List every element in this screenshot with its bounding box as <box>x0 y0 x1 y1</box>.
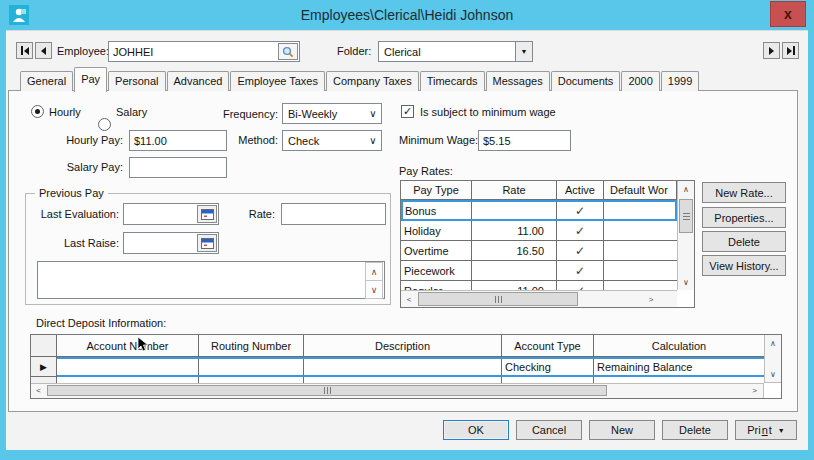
scroll-up-icon[interactable]: ∧ <box>678 181 694 197</box>
pay-rates-col-active[interactable]: Active <box>557 181 604 200</box>
scroll-up-icon[interactable]: ∧ <box>765 335 781 351</box>
method-dropdown[interactable]: Check ∨ <box>282 130 382 151</box>
cell-account-number[interactable] <box>57 359 199 375</box>
scroll-left-icon[interactable]: < <box>31 384 46 397</box>
new-button[interactable]: New <box>589 420 655 440</box>
dd-col-routing-number[interactable]: Routing Number <box>199 335 304 357</box>
cell-default[interactable] <box>604 202 675 219</box>
dd-col-account-type[interactable]: Account Type <box>502 335 594 357</box>
cell-default[interactable] <box>604 261 677 281</box>
cell-default[interactable] <box>604 281 677 290</box>
direct-deposit-hscrollbar[interactable]: < > <box>31 383 764 398</box>
pay-rates-row-piecework[interactable]: Piecework ✓ <box>401 261 677 281</box>
tab-personal[interactable]: Personal <box>108 71 165 91</box>
close-button[interactable]: x <box>770 1 806 27</box>
last-evaluation-date-picker-button[interactable] <box>197 205 217 223</box>
pay-rates-row-overtime[interactable]: Overtime 16.50 ✓ <box>401 241 677 261</box>
active-check-icon[interactable]: ✓ <box>557 241 604 261</box>
hscroll-thumb[interactable] <box>47 385 607 396</box>
scroll-down-icon[interactable]: ∨ <box>765 366 781 382</box>
dd-col-calculation[interactable]: Calculation <box>594 335 764 357</box>
cell-routing-number[interactable] <box>199 359 304 375</box>
hourly-radio[interactable] <box>31 105 44 118</box>
cancel-button[interactable]: Cancel <box>516 420 582 440</box>
view-history-button[interactable]: View History... <box>702 255 786 276</box>
pay-rates-vscrollbar[interactable]: ∧ ∨ <box>677 181 694 290</box>
notes-scroll-up-button[interactable]: ∧ <box>365 262 383 281</box>
frequency-dropdown[interactable]: Bi-Weekly ∨ <box>282 103 382 124</box>
tab-company-taxes[interactable]: Company Taxes <box>326 71 419 91</box>
cell-pay-type[interactable]: Holiday <box>401 221 472 241</box>
tab-2000[interactable]: 2000 <box>621 71 659 91</box>
cell-calculation[interactable]: Remaining Balance <box>594 359 764 375</box>
tab-1999[interactable]: 1999 <box>661 71 699 91</box>
cell-default[interactable] <box>604 241 677 261</box>
last-raise-date-picker-button[interactable] <box>197 234 217 252</box>
print-button[interactable]: Print ▼ <box>735 420 797 440</box>
tab-timecards[interactable]: Timecards <box>420 71 485 91</box>
notes-scroll-down-button[interactable]: ∨ <box>365 280 383 299</box>
previous-rate-input[interactable] <box>281 203 386 225</box>
pay-rates-row-holiday[interactable]: Holiday 11.00 ✓ <box>401 221 677 241</box>
delete-button[interactable]: Delete <box>662 420 728 440</box>
cell-pay-type[interactable]: Overtime <box>401 241 472 261</box>
salary-pay-input[interactable] <box>129 157 227 178</box>
cell-rate[interactable] <box>472 202 557 219</box>
active-check-icon[interactable]: ✓ <box>557 221 604 241</box>
cell-rate[interactable]: 16.50 <box>472 241 557 261</box>
active-check-icon[interactable]: ✓ <box>557 281 604 290</box>
dd-col-account-number[interactable]: Account Number <box>57 335 199 357</box>
tab-general[interactable]: General <box>20 71 73 91</box>
tab-advanced[interactable]: Advanced <box>167 71 230 91</box>
folder-dropdown[interactable]: Clerical ▼ <box>378 41 533 62</box>
pay-rates-col-rate[interactable]: Rate <box>472 181 557 200</box>
last-record-button[interactable] <box>782 42 799 59</box>
cell-default[interactable] <box>604 221 677 241</box>
properties-button[interactable]: Properties... <box>702 207 786 228</box>
hscroll-thumb[interactable] <box>418 292 578 306</box>
minimum-wage-label: Minimum Wage: <box>399 134 478 146</box>
row-selector-cell[interactable]: ▶ <box>31 357 57 377</box>
pay-rates-row-regular-partial[interactable]: Regular 11.00 ✓ <box>401 281 677 290</box>
tab-messages[interactable]: Messages <box>486 71 550 91</box>
scroll-right-icon[interactable]: > <box>747 384 762 397</box>
scroll-down-icon[interactable]: ∨ <box>678 274 694 290</box>
employee-input[interactable] <box>108 41 300 62</box>
tab-pay[interactable]: Pay <box>74 67 107 92</box>
active-check-icon[interactable]: ✓ <box>557 261 604 281</box>
minimum-wage-checkbox[interactable]: ✓ <box>401 105 414 118</box>
tab-employee-taxes[interactable]: Employee Taxes <box>230 71 325 91</box>
pay-rates-col-default[interactable]: Default Wor <box>604 181 677 200</box>
salary-radio[interactable] <box>98 118 111 131</box>
active-check-icon[interactable]: ✓ <box>557 202 604 219</box>
employee-lookup-button[interactable] <box>278 43 298 60</box>
title-bar[interactable]: Employees\Clerical\Heidi Johnson x <box>0 0 814 30</box>
pay-rates-hscrollbar[interactable]: < > <box>401 290 677 307</box>
first-record-button[interactable] <box>16 42 33 59</box>
previous-pay-notes[interactable] <box>37 261 385 299</box>
cell-pay-type[interactable]: Regular <box>401 281 472 290</box>
direct-deposit-row[interactable]: ▶ Checking Remaining Balance <box>31 357 781 377</box>
pay-rates-row-bonus[interactable]: Bonus ✓ <box>401 200 677 221</box>
pay-rates-col-pay-type[interactable]: Pay Type <box>401 181 472 200</box>
delete-rate-button[interactable]: Delete <box>702 231 786 252</box>
tab-documents[interactable]: Documents <box>551 71 621 91</box>
next-record-button[interactable] <box>763 42 780 59</box>
previous-record-button[interactable] <box>35 42 52 59</box>
scroll-left-icon[interactable]: < <box>401 291 417 307</box>
minimum-wage-input[interactable] <box>478 130 571 151</box>
cell-pay-type[interactable]: Piecework <box>401 261 472 281</box>
vscroll-thumb[interactable] <box>679 199 693 233</box>
cell-rate[interactable] <box>472 261 557 281</box>
direct-deposit-vscrollbar[interactable]: ∧ ∨ <box>764 335 781 383</box>
cell-account-type[interactable]: Checking <box>502 359 594 375</box>
ok-button[interactable]: OK <box>443 420 509 440</box>
cell-description[interactable] <box>304 359 502 375</box>
scroll-right-icon[interactable]: > <box>643 291 659 307</box>
cell-pay-type[interactable]: Bonus <box>403 202 472 219</box>
pay-rates-header-row: Pay Type Rate Active Default Wor <box>401 181 694 200</box>
new-rate-button[interactable]: New Rate... <box>702 182 786 203</box>
cell-rate[interactable]: 11.00 <box>472 221 557 241</box>
dd-col-description[interactable]: Description <box>304 335 502 357</box>
cell-rate[interactable]: 11.00 <box>472 281 557 290</box>
